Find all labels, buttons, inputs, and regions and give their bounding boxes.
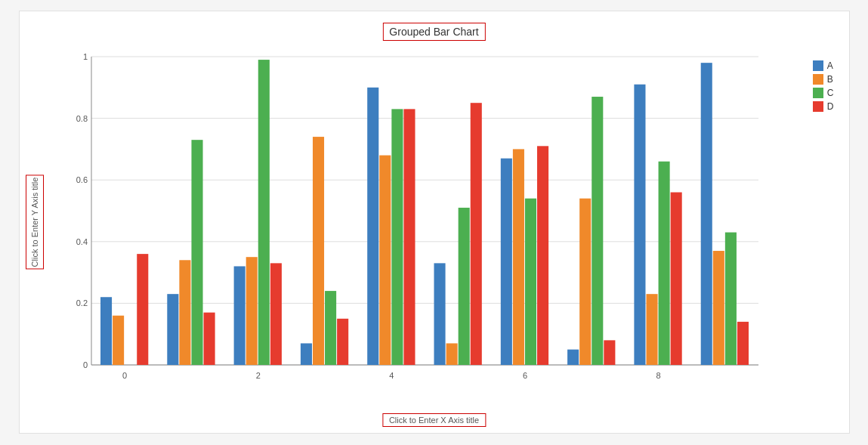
svg-rect-20 [113,316,124,365]
legend-label-b: B [827,74,833,85]
svg-text:0: 0 [82,360,87,369]
svg-text:0.4: 0.4 [76,237,87,246]
svg-rect-45 [524,199,536,365]
svg-rect-33 [325,291,336,365]
svg-rect-36 [379,156,391,365]
svg-text:0: 0 [122,371,127,380]
svg-rect-48 [579,199,591,365]
svg-rect-47 [567,350,579,365]
svg-rect-22 [137,254,148,365]
svg-text:8: 8 [656,371,660,380]
legend-label-d: D [827,101,834,112]
svg-text:2: 2 [255,371,260,380]
svg-rect-26 [203,313,215,365]
svg-rect-58 [737,322,748,365]
svg-text:4: 4 [389,371,394,380]
legend-label-a: A [827,60,833,71]
legend-color-c [813,88,823,98]
y-axis-title[interactable]: Click to Enter Y Axis title [26,175,44,270]
chart-title[interactable]: Grouped Bar Chart [382,23,485,41]
svg-rect-24 [179,260,190,365]
svg-rect-52 [646,294,657,365]
svg-rect-51 [634,85,645,365]
svg-rect-31 [300,343,311,365]
x-axis-title[interactable]: Click to Enter X Axis title [382,413,486,427]
svg-rect-46 [537,146,548,365]
svg-rect-49 [592,97,603,365]
legend: A B C D [813,60,834,112]
svg-rect-41 [458,208,469,365]
svg-rect-55 [700,63,712,365]
svg-rect-37 [391,109,403,365]
svg-rect-29 [258,60,269,365]
legend-label-c: C [827,88,834,98]
legend-color-d [813,101,823,112]
legend-color-a [813,60,823,71]
svg-rect-32 [312,137,323,365]
svg-rect-50 [604,340,615,365]
svg-rect-54 [670,193,681,365]
svg-text:1: 1 [82,52,87,61]
svg-rect-34 [337,319,348,365]
legend-item-b: B [813,74,834,85]
svg-rect-43 [500,159,511,365]
svg-rect-38 [403,109,415,365]
svg-rect-35 [367,88,378,365]
svg-rect-23 [167,294,178,365]
svg-rect-40 [446,343,457,365]
svg-rect-42 [470,103,481,365]
svg-rect-39 [434,263,445,365]
chart-svg: 00.20.40.60.8102468 [61,49,774,391]
chart-area: 00.20.40.60.8102468 [61,49,774,391]
svg-rect-30 [270,263,281,365]
svg-rect-53 [658,162,669,365]
svg-text:0.6: 0.6 [76,175,87,184]
legend-item-d: D [813,101,834,112]
svg-rect-44 [512,149,524,365]
svg-rect-56 [712,251,724,365]
chart-container: Grouped Bar Chart Click to Enter Y Axis … [19,11,850,434]
svg-rect-27 [233,266,245,365]
svg-text:0.8: 0.8 [76,114,87,123]
svg-rect-57 [724,233,736,365]
svg-text:0.2: 0.2 [76,298,87,307]
svg-rect-19 [100,297,112,365]
svg-text:6: 6 [522,371,527,380]
svg-rect-28 [246,257,257,365]
svg-rect-25 [191,140,202,365]
legend-color-b [813,74,823,85]
legend-item-a: A [813,60,834,71]
legend-item-c: C [813,88,834,98]
